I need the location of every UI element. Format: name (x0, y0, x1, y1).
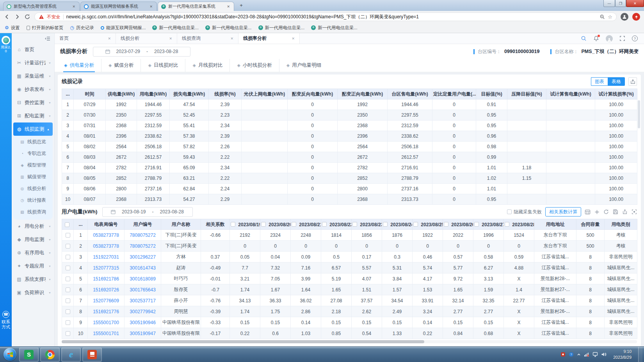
row-checkbox[interactable] (66, 266, 70, 270)
date-checkbox[interactable] (474, 222, 479, 227)
user-no-link[interactable]: 3001296227 (130, 254, 156, 260)
url-bar[interactable]: 不安全 neweic.js.sgcc.com.cn/#/llm/line/Lin… (34, 12, 617, 21)
network-icon[interactable] (584, 352, 589, 357)
subtab[interactable]: ◈日线损对比 (141, 59, 185, 72)
sidebar-subitem[interactable]: ▥赋值管理 (13, 171, 53, 183)
user-no-link[interactable]: 3001765643 (130, 287, 156, 293)
taskbar-app-wps[interactable]: S (19, 348, 39, 362)
add-icon[interactable] (594, 209, 600, 215)
sidebar-item[interactable]: ⊞配电监测▼ (12, 109, 54, 122)
user-avatar[interactable] (606, 35, 613, 42)
meter-no-link[interactable]: 1520776609 (93, 298, 119, 303)
table-row[interactable]: 1008/0723682313.7354.272.29023682313.730… (62, 194, 637, 205)
sidebar-item[interactable]: ▦采集运维▼ (12, 69, 54, 83)
correlation-calc-button[interactable]: 相关系数计算 (545, 207, 581, 216)
sidebar-item[interactable]: ⊟费控监测▼ (12, 96, 54, 109)
user-no-link[interactable]: 7808075272 (130, 232, 156, 238)
table-row[interactable]: 105382737787808075272下坝(二)环美变-0.66219223… (62, 230, 637, 241)
date-checkbox[interactable] (322, 222, 327, 227)
table-fullscreen-icon[interactable] (632, 209, 637, 215)
display-icon[interactable] (592, 352, 598, 357)
meter-no-link[interactable]: 1516921786 (93, 276, 119, 282)
hide-failed-option[interactable]: 隐藏采集失败 (507, 209, 542, 215)
sidebar-subitem[interactable]: ◷统计报表 (13, 194, 53, 206)
window-close-button[interactable]: ✕ (626, 0, 644, 7)
user-no-link[interactable]: 3005190946 (130, 320, 156, 325)
search-icon[interactable] (581, 35, 587, 41)
date-checkbox[interactable] (413, 222, 418, 227)
row-checkbox[interactable] (66, 233, 70, 238)
bookmark-item[interactable]: ◷历史记录 (70, 25, 94, 31)
bookmark-item[interactable]: ⚙设置 (5, 25, 20, 31)
table-row[interactable]: 315192270313001296227方林0.370.050.040.090… (62, 252, 637, 263)
meter-no-link[interactable]: 1520777315 (93, 265, 119, 271)
meter-no-link[interactable]: 1555001700 (93, 320, 119, 325)
meter-no-link[interactable]: 1519227031 (93, 254, 119, 260)
sidebar-item[interactable]: ▣负荷辨识▼ (12, 286, 54, 299)
table-row[interactable]: 615169207263001765643殷存英-0.71.741.671.64… (62, 284, 637, 295)
sidebar-subitem[interactable]: ◎线损分析 (13, 183, 53, 194)
tab-close-icon[interactable]: ✕ (226, 5, 231, 9)
table-row[interactable]: 815169217763002779942周明慧-0.391.741.752.8… (62, 306, 637, 317)
row-checkbox[interactable] (66, 331, 70, 336)
table-row[interactable]: 908/0628002737.1662.842.24028002737.1601… (62, 184, 637, 194)
back-icon[interactable] (4, 14, 10, 20)
bookmark-item[interactable]: 能源互联网营销服... (101, 25, 146, 31)
workspace-tab[interactable]: 线损率分析✕ (238, 33, 300, 44)
chart-view-button[interactable]: 图表 (591, 77, 608, 86)
profile-avatar-icon[interactable] (621, 13, 628, 21)
row-checkbox[interactable] (66, 255, 70, 259)
workspace-tab[interactable]: 线损查询✕ (177, 33, 238, 44)
subtab[interactable]: ◈月线损对比 (185, 59, 229, 72)
meter-no-link[interactable]: 0538273778 (93, 232, 119, 238)
hide-failed-checkbox[interactable] (507, 209, 512, 214)
taskbar-app-chrome[interactable] (40, 348, 60, 362)
volume-icon[interactable] (601, 352, 607, 357)
sidebar-item[interactable]: ▨系统支撑功能▼ (12, 273, 54, 286)
taskbar-clock[interactable]: 9:10 2023/8/29 (610, 349, 635, 360)
bookmark-item[interactable]: 新一代用电信息采... (205, 25, 252, 31)
window-minimize-button[interactable]: — (603, 0, 615, 7)
table-row[interactable]: 808/0528522788.7963.212.22028522788.7901… (62, 173, 637, 184)
date-checkbox[interactable] (383, 222, 388, 227)
show-desktop-button[interactable] (638, 347, 642, 362)
tab-close-icon[interactable]: ✕ (230, 37, 233, 41)
meter-no-link[interactable]: 1516921776 (93, 309, 119, 314)
date-checkbox[interactable] (261, 222, 266, 227)
user-no-link[interactable]: 3001614743 (130, 265, 156, 271)
subtab[interactable]: ◈小时线损分析 (229, 59, 279, 72)
table-row[interactable]: 415207773153001614743赵涛-0.497.77.327.166… (62, 263, 637, 273)
table-row[interactable]: 515169217863001618089叶巧巧-0.013.217.053.9… (62, 273, 637, 284)
user-no-link[interactable]: 7808075272 (130, 243, 156, 249)
export-file-icon[interactable] (622, 209, 628, 215)
date-checkbox[interactable] (231, 222, 235, 227)
sidebar-item[interactable]: ✦专题应用▼ (12, 259, 54, 273)
row-checkbox[interactable] (66, 287, 70, 292)
subtab[interactable]: ◈赋值分析 (101, 59, 141, 72)
row-checkbox[interactable] (66, 309, 70, 314)
date-range-picker[interactable]: 2023-07-29 - 2023-08-28 (93, 47, 190, 57)
meter-no-link[interactable]: 0538273778 (93, 243, 119, 249)
column-settings-icon[interactable] (585, 209, 591, 215)
sidebar-item[interactable]: ⊕有序用电▼ (12, 246, 54, 259)
notification-bell-icon[interactable] (593, 35, 599, 41)
row-checkbox[interactable] (66, 320, 70, 325)
date-checkbox[interactable] (292, 222, 296, 227)
bookmark-item[interactable]: 新一代用电信息采... (311, 25, 358, 31)
start-button[interactable] (4, 348, 16, 361)
tab-close-icon[interactable]: ✕ (108, 37, 111, 41)
tab-close-icon[interactable]: ✕ (169, 37, 172, 41)
table-row[interactable]: 307/3123682312.5955.412.34023682312.5900… (62, 121, 637, 131)
bookmark-star-icon[interactable]: ☆ (608, 14, 612, 20)
fullscreen-icon[interactable] (619, 35, 625, 41)
bookmark-item[interactable]: 新一代用电信息采... (258, 25, 305, 31)
tab-close-icon[interactable]: ✕ (292, 37, 295, 41)
sidebar-subitem[interactable]: ◈模型管理 (13, 159, 53, 171)
user-no-link[interactable]: 3001618089 (130, 276, 156, 282)
table-view-button[interactable]: 表格 (608, 77, 625, 86)
table-row[interactable]: 207/3023502297.5552.452.23023502297.5500… (62, 110, 637, 121)
reload-icon[interactable] (24, 14, 30, 20)
meter-no-link[interactable]: 1516920726 (93, 287, 119, 293)
date-checkbox[interactable] (505, 222, 509, 227)
help-icon[interactable]: ? (632, 35, 638, 41)
